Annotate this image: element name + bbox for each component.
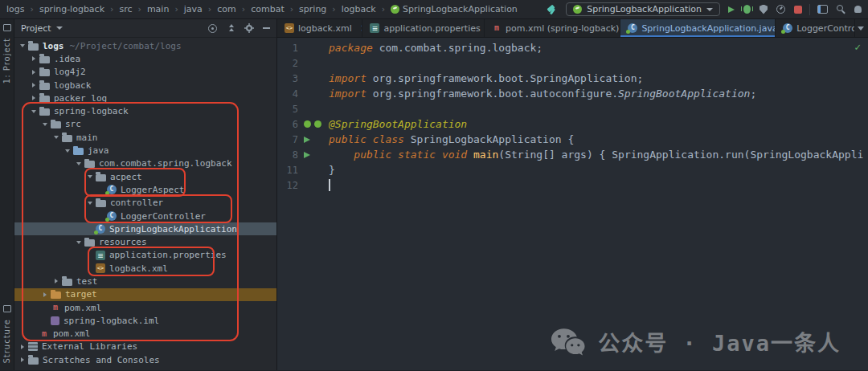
- tab-label: application.properties: [383, 23, 480, 34]
- code-text[interactable]: [329, 179, 330, 191]
- project-view-selector[interactable]: Project: [21, 23, 63, 34]
- chevron-down-icon[interactable]: [74, 162, 83, 165]
- notifications-icon[interactable]: [854, 6, 862, 13]
- tab-loggercontrol[interactable]: LoggerControl: [776, 19, 855, 37]
- tree-item-log4j2[interactable]: log4j2: [14, 66, 276, 79]
- tree-item-acpect[interactable]: acpect: [14, 170, 276, 183]
- tab-pom-xml-spring-logback[interactable]: pom.xml (spring-logback)×: [485, 19, 620, 37]
- chevron-down-icon[interactable]: [85, 175, 94, 178]
- breadcrumb-item-logback[interactable]: logback: [342, 4, 376, 14]
- tree-item-logback[interactable]: logback: [14, 79, 276, 92]
- bean-icon[interactable]: [304, 120, 311, 128]
- hide-icon[interactable]: [263, 27, 270, 29]
- tree-item-loggercontroller[interactable]: LoggerController: [14, 210, 276, 222]
- code-lines: 1package com.combat.spring.logback;23imp…: [277, 40, 868, 193]
- build-hammer-icon[interactable]: [546, 4, 558, 15]
- tree-item-spring-logback-iml[interactable]: spring-logback.iml: [14, 314, 276, 327]
- run-icon[interactable]: [304, 152, 310, 158]
- breadcrumb-item-spring[interactable]: spring: [299, 4, 326, 14]
- toolwindows-icon[interactable]: [817, 5, 828, 14]
- tree-item-loggeraspect[interactable]: LoggerAspect: [14, 183, 276, 196]
- coverage-icon[interactable]: [760, 5, 768, 14]
- breadcrumb-item-main[interactable]: main: [147, 4, 169, 14]
- chevron-right-icon[interactable]: [18, 357, 27, 362]
- tab-application-properties[interactable]: application.properties×: [362, 19, 485, 37]
- chevron-right-icon[interactable]: [18, 344, 27, 349]
- tree-item-main[interactable]: main: [14, 131, 276, 144]
- debug-icon[interactable]: [743, 5, 751, 14]
- tree-item-com-combat-spring-logback[interactable]: com.combat.spring.logback: [14, 157, 276, 170]
- chevron-right-icon[interactable]: [40, 292, 49, 297]
- tree-item-external-libraries[interactable]: External Libraries: [14, 340, 276, 353]
- run-config-selector[interactable]: SpringLogbackApplication: [566, 2, 720, 16]
- tree-item-controller[interactable]: controller: [14, 197, 276, 210]
- chevron-right-icon[interactable]: [29, 83, 38, 88]
- line-number: 12: [277, 180, 298, 191]
- bean-icon[interactable]: [314, 120, 321, 128]
- tree-item-label: com.combat.spring.logback: [99, 158, 232, 169]
- profiler-icon[interactable]: [776, 5, 785, 14]
- chevron-down-icon[interactable]: [29, 110, 38, 113]
- project-toolwindow-icon[interactable]: [3, 24, 11, 31]
- tree-item-spring-logback[interactable]: spring-logback: [14, 104, 276, 117]
- run-icon[interactable]: [728, 6, 735, 13]
- line-number: 5: [277, 104, 298, 115]
- tree-item-application-properties[interactable]: application.properties: [14, 249, 276, 262]
- code-text[interactable]: package com.combat.spring.logback;: [329, 42, 542, 54]
- line-number: 2: [277, 58, 298, 69]
- code-text[interactable]: }: [329, 164, 335, 176]
- stop-icon[interactable]: [794, 6, 802, 14]
- breadcrumb-item-springlogbackapplication[interactable]: SpringLogbackApplication: [391, 4, 518, 14]
- structure-toolwindow-icon[interactable]: [3, 305, 11, 312]
- chevron-right-icon[interactable]: [29, 96, 38, 100]
- tree-item-logs[interactable]: logs~/Project/combat/logs: [14, 39, 276, 52]
- tree-item-pom-xml[interactable]: pom.xml: [14, 301, 276, 314]
- chevron-down-icon[interactable]: [63, 149, 72, 153]
- tree-item-test[interactable]: test: [14, 275, 276, 287]
- code-text[interactable]: public static void main(String[] args) {…: [329, 149, 863, 161]
- toolbar-left-icons: [546, 4, 558, 15]
- collapse-all-icon[interactable]: [227, 24, 235, 32]
- tree-item-target[interactable]: target: [14, 288, 276, 301]
- breadcrumb-item-java[interactable]: java: [184, 4, 203, 14]
- tree-item-logback-xml[interactable]: logback.xml: [14, 262, 276, 275]
- settings-icon[interactable]: [246, 25, 252, 31]
- chevron-down-icon[interactable]: [51, 136, 60, 139]
- chevron-down-icon[interactable]: [85, 202, 94, 205]
- tree-item-packer-log[interactable]: packer_log: [14, 92, 276, 104]
- chevron-right-icon[interactable]: [29, 56, 38, 61]
- tab-overflow-chevron-icon[interactable]: [858, 26, 864, 31]
- tree-item-scratches-and-consoles[interactable]: Scratches and Consoles: [14, 353, 276, 366]
- breadcrumb-item-src[interactable]: src: [119, 4, 132, 14]
- chevron-down-icon[interactable]: [40, 123, 49, 126]
- code-text[interactable]: import org.springframework.boot.SpringAp…: [329, 72, 643, 84]
- chevron-down-icon[interactable]: [18, 44, 27, 47]
- breadcrumb-item-combat[interactable]: combat: [251, 4, 285, 14]
- tree-item-src[interactable]: src: [14, 118, 276, 131]
- tree-item-resources[interactable]: resources: [14, 235, 276, 248]
- breadcrumb-item-com[interactable]: com: [217, 4, 236, 14]
- code-text[interactable]: public class SpringLogbackApplication {: [329, 133, 574, 145]
- caret-down-icon: [56, 26, 63, 30]
- search-icon[interactable]: [837, 5, 843, 11]
- chevron-right-icon[interactable]: [29, 70, 38, 75]
- run-icon[interactable]: [304, 137, 310, 143]
- inspection-ok-icon[interactable]: [854, 41, 861, 53]
- stripe-label-project[interactable]: 1: Project: [2, 38, 11, 84]
- breadcrumb-item-spring-logback[interactable]: spring-logback: [39, 4, 104, 14]
- tree-item-java[interactable]: java: [14, 144, 276, 157]
- tree-item-idea[interactable]: .idea: [14, 52, 276, 65]
- code-editor[interactable]: 1package com.combat.spring.logback;23imp…: [277, 38, 868, 370]
- code-text[interactable]: @SpringBootApplication: [329, 118, 467, 130]
- tab-logback-xml[interactable]: logback.xml×: [277, 19, 362, 37]
- breadcrumb-item-logs[interactable]: logs: [6, 4, 25, 14]
- tree-item-springlogbackapplication[interactable]: SpringLogbackApplication: [14, 222, 276, 235]
- tab-springlogbackapplication-java[interactable]: SpringLogbackApplication.java×: [620, 19, 776, 37]
- tree-item-pom-xml[interactable]: pom.xml: [14, 328, 276, 340]
- stripe-label-structure[interactable]: Structure: [2, 319, 11, 364]
- chevron-down-icon[interactable]: [74, 241, 83, 244]
- chevron-right-icon[interactable]: [51, 279, 60, 283]
- breadcrumb-label: spring-logback: [39, 4, 104, 14]
- code-text[interactable]: import org.springframework.boot.autoconf…: [329, 88, 756, 100]
- locate-icon[interactable]: [208, 24, 217, 33]
